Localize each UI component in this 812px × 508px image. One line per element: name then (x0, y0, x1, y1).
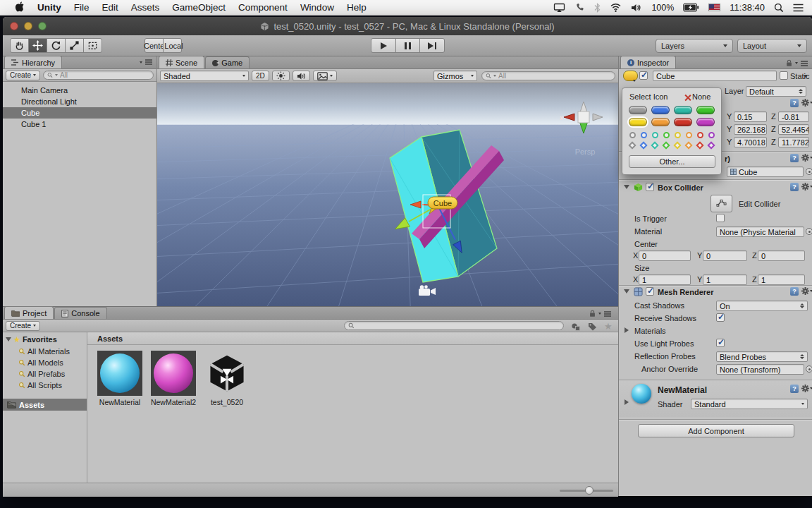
airplay-icon[interactable] (553, 2, 565, 13)
collider-material-field[interactable]: None (Physic Material (716, 226, 804, 237)
scene-viewport[interactable]: Cube x Persp (157, 83, 618, 306)
layer-dropdown[interactable]: Default (746, 86, 806, 97)
favorites-foldout[interactable] (6, 337, 11, 341)
scene-search-input[interactable] (498, 72, 611, 80)
icon-diamond[interactable] (707, 141, 715, 149)
menu-component[interactable]: Component (232, 2, 294, 13)
static-dropdown-arrow-icon[interactable] (804, 75, 808, 78)
close-button[interactable] (10, 22, 18, 30)
icon-other-button[interactable]: Other... (629, 155, 715, 168)
gameobject-active-checkbox[interactable] (639, 71, 648, 80)
icon-diamond[interactable] (673, 141, 681, 149)
icon-pill-blue[interactable] (651, 106, 670, 114)
cast-shadows-dropdown[interactable]: On (716, 301, 808, 311)
material-preview-sphere[interactable] (632, 384, 651, 404)
icon-dot[interactable] (641, 132, 647, 138)
gear-icon[interactable] (801, 99, 812, 107)
object-picker-icon[interactable] (806, 365, 812, 373)
hierarchy-item-cube[interactable]: Cube (3, 107, 156, 119)
layers-dropdown[interactable]: Layers (656, 39, 733, 53)
effects-dropdown-arrow-icon[interactable] (330, 75, 333, 77)
scene-lighting-button[interactable] (272, 71, 290, 81)
size-x-field[interactable]: 1 (639, 274, 691, 285)
icon-pill-green[interactable] (696, 106, 715, 114)
anchor-override-field[interactable]: None (Transform) (716, 364, 804, 375)
scale-y-field[interactable]: 4.70018 (734, 137, 767, 147)
center-y-field[interactable]: 0 (703, 250, 747, 261)
hierarchy-search-input[interactable] (60, 71, 149, 79)
icon-dot[interactable] (652, 132, 658, 138)
favorites-root[interactable]: ★ Favorites (6, 335, 57, 344)
icon-pill-yellow-selected[interactable] (629, 118, 647, 126)
help-icon[interactable] (790, 154, 799, 162)
project-search-input[interactable] (357, 322, 560, 329)
hand-tool-button[interactable] (10, 38, 29, 53)
help-icon[interactable] (790, 183, 799, 191)
materials-foldout[interactable] (625, 327, 629, 333)
hierarchy-item-directional-light[interactable]: Directional Light (3, 96, 156, 107)
step-button[interactable] (419, 38, 445, 53)
bluetooth-icon[interactable] (594, 3, 601, 13)
favorite-all-models[interactable]: All Models (18, 358, 63, 367)
icon-dot[interactable] (629, 132, 636, 138)
gameobject-name-field[interactable]: Cube (653, 71, 777, 81)
box-collider-enabled-checkbox[interactable] (646, 183, 654, 191)
rotation-y-field[interactable]: 262.168 (734, 124, 767, 135)
icon-dot[interactable] (663, 132, 670, 138)
tab-console[interactable]: Console (54, 307, 106, 319)
gear-icon[interactable] (801, 154, 812, 162)
menu-bar-clock[interactable]: 11:38:40 (730, 2, 765, 13)
play-button[interactable] (371, 38, 396, 53)
thumbnail-size-slider-thumb[interactable] (585, 486, 593, 495)
volume-icon[interactable] (631, 3, 642, 13)
project-search-field[interactable] (344, 321, 564, 330)
project-create-button[interactable]: Create (6, 321, 40, 331)
2d-toggle-button[interactable]: 2D (252, 71, 269, 81)
position-z-field[interactable]: -0.81 (778, 111, 809, 122)
icon-pill-red[interactable] (674, 118, 692, 126)
position-y-field[interactable]: 0.15 (734, 111, 767, 122)
center-z-field[interactable]: 0 (758, 250, 805, 261)
help-icon[interactable] (790, 287, 799, 296)
hierarchy-pane-menu[interactable] (140, 59, 152, 65)
scene-effects-button[interactable] (313, 71, 337, 81)
zoom-button[interactable] (38, 22, 47, 30)
reflection-probes-dropdown[interactable]: Blend Probes (716, 351, 808, 362)
pivot-mode-button[interactable]: Center (144, 38, 164, 53)
icon-diamond[interactable] (662, 141, 670, 149)
icon-dot[interactable] (686, 132, 692, 138)
is-trigger-checkbox[interactable] (716, 214, 725, 222)
menu-edit[interactable]: Edit (96, 2, 125, 13)
asset-newmaterial[interactable] (97, 351, 142, 396)
rotate-tool-button[interactable] (47, 38, 66, 53)
icon-pill-orange[interactable] (651, 118, 670, 126)
move-tool-button[interactable] (28, 38, 47, 53)
favorite-all-scripts[interactable]: All Scripts (18, 381, 62, 389)
mesh-renderer-foldout[interactable] (624, 289, 629, 294)
menu-gameobject[interactable]: GameObject (166, 2, 232, 13)
hierarchy-item-main-camera[interactable]: Main Camera (3, 85, 156, 96)
project-pane-menu[interactable] (589, 310, 611, 318)
layout-dropdown[interactable]: Layout (737, 39, 807, 53)
icon-diamond[interactable] (628, 141, 636, 149)
static-checkbox[interactable] (780, 71, 788, 80)
menu-window[interactable]: Window (294, 2, 340, 13)
rotation-z-field[interactable]: 52.4454 (778, 124, 809, 135)
tab-game[interactable]: Game (205, 56, 250, 68)
notification-center-icon[interactable] (793, 4, 804, 12)
help-icon[interactable] (790, 385, 799, 393)
icon-diamond[interactable] (696, 141, 703, 149)
object-picker-icon[interactable] (806, 228, 812, 235)
hierarchy-item-cube-1[interactable]: Cube 1 (3, 119, 156, 130)
tab-project[interactable]: Project (4, 306, 54, 319)
add-component-button[interactable]: Add Component (638, 424, 794, 437)
receive-shadows-checkbox[interactable] (716, 313, 725, 322)
space-mode-button[interactable]: Local (163, 38, 182, 53)
icon-pill-gray[interactable] (629, 106, 647, 114)
gear-icon[interactable] (801, 385, 812, 392)
asset-label[interactable]: NewMaterial (93, 398, 147, 406)
search-by-label-icon[interactable] (588, 322, 597, 331)
window-title-bar[interactable]: test_0520.unity - test_0527 - PC, Mac & … (3, 17, 812, 35)
favorite-all-prefabs[interactable]: All Prefabs (18, 370, 65, 378)
center-x-field[interactable]: 0 (639, 250, 691, 261)
